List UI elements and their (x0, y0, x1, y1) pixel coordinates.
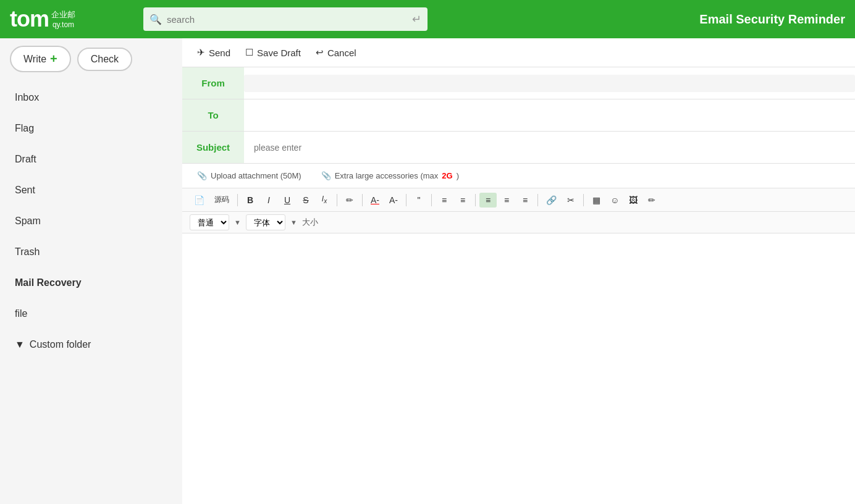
logo-enterprise: 企业邮 qy.tom (51, 9, 75, 29)
ul-btn[interactable]: ≡ (436, 193, 453, 208)
subject-row: Subject (182, 132, 855, 164)
save-draft-label: Save Draft (257, 48, 301, 58)
to-row: To (182, 99, 855, 132)
check-label: Check (91, 54, 119, 64)
send-label: Send (209, 48, 230, 58)
subject-label: Subject (182, 132, 244, 163)
divider-7 (537, 194, 538, 206)
clear-format-btn[interactable]: Ix (316, 192, 333, 207)
send-button[interactable]: ✈ Send (197, 47, 230, 58)
from-row: From (182, 67, 855, 99)
extra-paperclip-icon: 📎 (321, 171, 331, 180)
search-icon: 🔍 (150, 14, 162, 25)
align-center-btn[interactable]: ≡ (498, 193, 515, 208)
compose-body[interactable] (182, 233, 855, 504)
sidebar-item-inbox[interactable]: Inbox (0, 82, 182, 113)
font-bg-btn[interactable]: A- (385, 193, 402, 208)
extra-large-attachment-btn[interactable]: 📎 Extra large accessories (max 2G) (321, 171, 459, 180)
font-row: 普通 ▼ 字体 ▼ 大小 (182, 212, 855, 233)
strikethrough-btn[interactable]: S (297, 193, 314, 208)
save-draft-icon: ☐ (245, 47, 253, 58)
logo-qy: qy.tom (53, 20, 74, 29)
logo-area: tom 企业邮 qy.tom (10, 6, 133, 32)
align-right-btn[interactable]: ≡ (516, 193, 534, 208)
divider-5 (431, 194, 432, 206)
chevron-down-icon: ▼ (15, 339, 25, 350)
italic-btn[interactable]: I (260, 193, 277, 208)
custom-folder-label: Custom folder (30, 339, 91, 350)
table-btn[interactable]: ▦ (588, 193, 605, 208)
page-icon: 📄 (194, 195, 204, 205)
attachment-bar: 📎 Upload attachment (50M) 📎 Extra large … (182, 164, 855, 188)
subject-input[interactable] (244, 136, 855, 159)
paperclip-icon: 📎 (197, 171, 207, 180)
insert-link-btn[interactable]: 🔗 (542, 193, 561, 208)
cancel-label: Cancel (327, 48, 356, 58)
from-input[interactable] (244, 75, 855, 92)
sidebar-item-spam[interactable]: Spam (0, 206, 182, 237)
font-name-select[interactable]: 字体 (246, 214, 285, 230)
eraser-btn[interactable]: ✏ (341, 193, 358, 208)
header-title: Email Security Reminder (699, 12, 845, 27)
cancel-icon: ↩ (316, 47, 324, 58)
sidebar-item-sent[interactable]: Sent (0, 175, 182, 206)
save-draft-button[interactable]: ☐ Save Draft (245, 47, 301, 58)
sidebar-item-mail-recovery[interactable]: Mail Recovery (0, 267, 182, 298)
search-input[interactable] (167, 14, 407, 25)
logo-tom: tom (10, 6, 49, 32)
logo-cn: 企业邮 (51, 9, 75, 20)
write-button[interactable]: Write + (10, 46, 71, 72)
divider-3 (362, 194, 363, 206)
sidebar: Write + Check Inbox Flag Draft Sent Spam… (0, 38, 182, 504)
sidebar-item-trash[interactable]: Trash (0, 237, 182, 267)
editor-toolbar: 📄 源码 B I U S Ix ✏ A- A- " ≡ ≡ ≡ ≡ ≡ 🔗 ✂ (182, 188, 855, 212)
font-style-select[interactable]: 普通 (190, 214, 229, 230)
write-label: Write (23, 54, 46, 65)
write-plus-icon: + (50, 52, 57, 66)
source-code-btn[interactable]: 源码 (210, 192, 234, 208)
more-btn[interactable]: ✏ (643, 193, 660, 208)
align-left-btn[interactable]: ≡ (479, 193, 497, 208)
font-name-arrow: ▼ (290, 219, 297, 226)
font-color-btn[interactable]: A- (366, 193, 384, 208)
divider-1 (237, 194, 238, 206)
compose-content: ✈ Send ☐ Save Draft ↩ Cancel From To Sub… (182, 38, 855, 504)
sidebar-item-custom-folder[interactable]: ▼ Custom folder (0, 329, 182, 360)
extra-large-label: Extra large accessories (max (335, 171, 439, 180)
to-input[interactable] (244, 104, 855, 127)
from-label: From (182, 67, 244, 99)
main-layout: Write + Check Inbox Flag Draft Sent Spam… (0, 38, 855, 504)
cancel-button[interactable]: ↩ Cancel (316, 47, 356, 58)
upload-attachment-btn[interactable]: 📎 Upload attachment (50M) (197, 171, 301, 180)
compose-toolbar: ✈ Send ☐ Save Draft ↩ Cancel (182, 38, 855, 67)
underline-btn[interactable]: U (279, 193, 296, 208)
upload-attachment-label: Upload attachment (50M) (211, 171, 301, 180)
extra-large-size: 2G (442, 171, 452, 180)
search-enter-icon[interactable]: ↵ (412, 12, 421, 26)
source-btn[interactable]: 📄 (190, 193, 209, 208)
sidebar-item-draft[interactable]: Draft (0, 144, 182, 175)
emoji-btn[interactable]: ☺ (606, 193, 623, 208)
divider-4 (406, 194, 406, 206)
ol-btn[interactable]: ≡ (454, 193, 471, 208)
font-size-label: 大小 (302, 217, 318, 228)
remove-link-btn[interactable]: ✂ (562, 193, 579, 208)
search-bar[interactable]: 🔍 ↵ (143, 7, 428, 31)
divider-6 (475, 194, 476, 206)
divider-2 (337, 194, 337, 206)
send-icon: ✈ (197, 47, 205, 58)
extra-large-suffix: ) (457, 171, 459, 180)
divider-8 (583, 194, 584, 206)
write-check-row: Write + Check (0, 46, 182, 82)
image-btn[interactable]: 🖼 (625, 193, 642, 208)
to-label: To (182, 99, 244, 131)
sidebar-item-flag[interactable]: Flag (0, 113, 182, 144)
blockquote-btn[interactable]: " (410, 193, 428, 208)
check-button[interactable]: Check (77, 48, 132, 71)
font-style-arrow: ▼ (234, 219, 241, 226)
header: tom 企业邮 qy.tom 🔍 ↵ Email Security Remind… (0, 0, 855, 38)
bold-btn[interactable]: B (242, 193, 259, 208)
sidebar-item-file[interactable]: file (0, 298, 182, 329)
